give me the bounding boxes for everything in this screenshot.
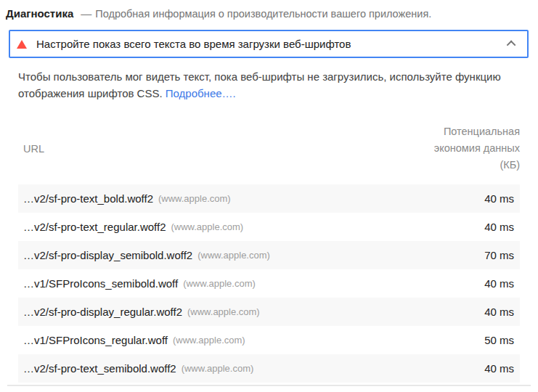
section-subtitle: Подробная информация о производительност… [95, 8, 431, 20]
url-host-label: (www.apple.com) [158, 193, 231, 204]
url-cell: …v2/sf-pro-text_semibold.woff2 [23, 362, 176, 375]
audit-title: Настройте показ всего текста во время за… [36, 38, 351, 50]
url-host-label: (www.apple.com) [171, 221, 243, 232]
warning-triangle-icon [17, 40, 27, 49]
audit-description: Чтобы пользователь мог видеть текст, пок… [18, 68, 516, 102]
savings-cell: 40 ms [484, 192, 514, 205]
section-divider [7, 385, 531, 386]
url-host-label: (www.apple.com) [197, 250, 270, 261]
savings-cell: 40 ms [484, 221, 514, 233]
audit-expander-header[interactable]: Настройте показ всего текста во время за… [9, 30, 529, 58]
audit-table: …v2/sf-pro-text_bold.woff2 (www.apple.co… [18, 184, 520, 383]
savings-cell: 40 ms [484, 362, 514, 375]
url-host-label: (www.apple.com) [182, 363, 254, 374]
url-host-label: (www.apple.com) [183, 278, 256, 289]
audit-description-text: Чтобы пользователь мог видеть текст, пок… [18, 70, 501, 99]
url-cell: …v2/sf-pro-display_semibold.woff2 [23, 249, 192, 261]
savings-cell: 40 ms [484, 306, 514, 318]
savings-cell: 70 ms [484, 249, 514, 261]
diagnostics-section: Диагностика—Подробная информация о произ… [0, 0, 538, 392]
table-row: …v1/SFProIcons_regular.woff (www.apple.c… [18, 326, 520, 354]
url-cell: …v1/SFProIcons_semibold.woff [23, 277, 178, 290]
section-dash: — [81, 7, 91, 20]
table-row: …v2/sf-pro-display_regular.woff2 (www.ap… [18, 298, 520, 326]
url-cell: …v1/SFProIcons_regular.woff [23, 334, 168, 346]
column-header-savings: Потенциальная экономия данных (КБ) [431, 123, 520, 173]
url-cell: …v2/sf-pro-text_bold.woff2 [23, 192, 153, 205]
section-title: Диагностика [6, 7, 73, 20]
column-header-url: URL [18, 143, 44, 155]
url-host-label: (www.apple.com) [173, 335, 245, 346]
table-header: URL Потенциальная экономия данных (КБ) [18, 123, 520, 173]
savings-cell: 40 ms [484, 277, 514, 290]
url-host-label: (www.apple.com) [187, 306, 260, 317]
savings-cell: 50 ms [484, 334, 514, 346]
url-cell: …v2/sf-pro-display_regular.woff2 [23, 306, 182, 318]
learn-more-link[interactable]: Подробнее…. [166, 87, 236, 99]
table-row: …v2/sf-pro-text_semibold.woff2 (www.appl… [18, 354, 520, 383]
table-row: …v2/sf-pro-display_semibold.woff2 (www.a… [18, 241, 520, 269]
chevron-up-icon[interactable] [507, 41, 516, 50]
table-row: …v1/SFProIcons_semibold.woff (www.apple.… [18, 269, 520, 298]
section-header: Диагностика—Подробная информация о произ… [0, 0, 538, 21]
table-row: …v2/sf-pro-text_regular.woff2 (www.apple… [18, 213, 520, 241]
url-cell: …v2/sf-pro-text_regular.woff2 [23, 221, 166, 233]
table-row: …v2/sf-pro-text_bold.woff2 (www.apple.co… [18, 184, 520, 213]
